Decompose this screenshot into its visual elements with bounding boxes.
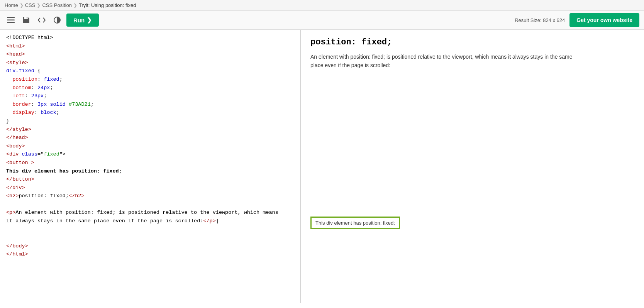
breadcrumb-current: Tryit: Using position: fixed [79,2,136,8]
breadcrumb-csspos-link[interactable]: CSS Position [42,2,72,8]
svg-rect-2 [7,22,15,23]
save-icon[interactable] [20,14,32,26]
code-prop-1: position [6,76,37,82]
breadcrumb-css-link[interactable]: CSS [25,2,36,8]
tag-icon[interactable] [36,14,48,26]
run-label: Run [73,17,85,24]
breadcrumb-csspos[interactable]: CSS Position [42,2,72,8]
breadcrumb-sep-3: ❯ [73,3,77,8]
menu-icon[interactable] [5,14,17,26]
contrast-icon[interactable] [51,14,63,26]
run-arrow: ❯ [87,17,92,24]
code-line-3: div.fixed [6,68,34,74]
svg-rect-0 [7,17,15,18]
breadcrumb: Home ❯ CSS ❯ CSS Position ❯ Tryit: Using… [0,0,644,11]
preview-description: An element with position: fixed; is posi… [310,52,581,70]
toolbar: Run ❯ Result Size: 824 x 624 Get your ow… [0,11,644,30]
result-size: Result Size: 824 x 624 [515,17,565,23]
breadcrumb-sep-1: ❯ [20,3,24,8]
fixed-position-box: This div element has position: fixed; [310,217,400,229]
code-editor[interactable]: <!DOCTYPE html> <html> <head> <style> di… [0,30,301,303]
code-line-1: <!DOCTYPE html> [6,35,53,41]
get-website-button[interactable]: Get your own website [569,13,639,27]
run-button[interactable]: Run ❯ [66,14,99,27]
svg-rect-1 [7,20,15,21]
breadcrumb-home-link[interactable]: Home [5,2,18,8]
code-line-2: <html> <head> <style> [6,43,28,66]
breadcrumb-home[interactable]: Home [5,2,18,8]
preview-heading: position: fixed; [310,37,635,47]
breadcrumb-css[interactable]: CSS [25,2,36,8]
main-content: <!DOCTYPE html> <html> <head> <style> di… [0,30,644,303]
preview-pane: position: fixed; An element with positio… [301,30,644,303]
toolbar-right: Result Size: 824 x 624 Get your own webs… [515,13,639,27]
breadcrumb-sep-2: ❯ [37,3,41,8]
